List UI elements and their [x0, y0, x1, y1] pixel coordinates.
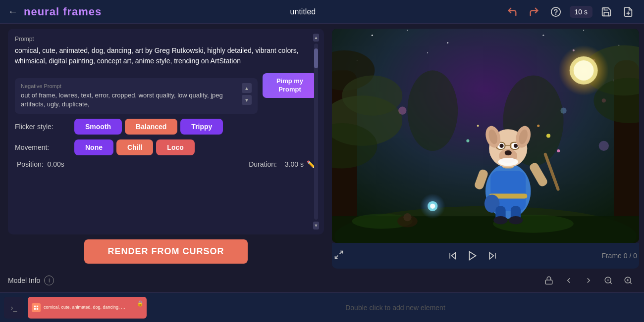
prompt-label: Prompt [15, 36, 317, 43]
next-frame-button[interactable] [483, 247, 501, 265]
svg-point-54 [505, 150, 512, 155]
svg-point-9 [542, 35, 544, 36]
svg-line-84 [610, 282, 611, 283]
main-content: ▲ ▼ Prompt comical, cute, animated, dog,… [0, 24, 644, 269]
export-button[interactable] [620, 4, 636, 20]
timeline-add-hint[interactable]: Double click to add new element [151, 304, 640, 312]
scroll-down-btn[interactable]: ▼ [313, 222, 319, 230]
preview-container [332, 29, 639, 243]
svg-point-13 [427, 52, 428, 53]
svg-point-26 [407, 70, 458, 151]
position-row: Position: 0.00s Duration: 3.00 s ✏️ [15, 160, 317, 168]
play-button[interactable] [464, 247, 482, 265]
pimp-prompt-button[interactable]: Pimp my Prompt [263, 73, 317, 98]
model-info-label: Model Info [8, 276, 40, 284]
movement-row: Movement: None Chill Loco [15, 139, 317, 155]
svg-point-74 [599, 141, 609, 151]
timeline-element[interactable]: comical, cute, animated, dog, dancing, a… [28, 297, 147, 319]
flicker-row: Flicker style: Smooth Balanced Trippy [15, 119, 317, 135]
timeline-bar: ›_ comical, cute, animated, dog, dancing… [0, 292, 644, 322]
scroll-bar[interactable] [314, 44, 318, 220]
render-btn-container: RENDER FROM CURSOR [8, 239, 324, 264]
right-panel: Frame 0 / 0 [332, 24, 644, 269]
negative-section: Negative Prompt out of frame, lowres, te… [15, 78, 258, 114]
svg-rect-93 [37, 308, 38, 309]
scroll-up-btn[interactable]: ▲ [313, 34, 319, 42]
svg-point-70 [466, 139, 469, 142]
svg-point-5 [372, 35, 373, 36]
flicker-btn-group: Smooth Balanced Trippy [74, 119, 223, 135]
editor-card: ▲ ▼ Prompt comical, cute, animated, dog,… [8, 29, 324, 234]
help-button[interactable] [548, 4, 564, 20]
loco-button[interactable]: Loco [156, 139, 194, 155]
prompt-text[interactable]: comical, cute, animated, dog, dancing, a… [15, 46, 317, 66]
svg-marker-79 [470, 252, 476, 260]
save-button[interactable] [598, 4, 614, 20]
lock-icon[interactable] [541, 273, 557, 288]
svg-point-57 [499, 144, 503, 148]
preview-scene [332, 29, 639, 243]
svg-rect-91 [37, 305, 38, 307]
pimp-line2: Prompt [269, 86, 310, 94]
svg-point-6 [407, 30, 408, 31]
negative-scroll: ▲ ▼ [242, 83, 252, 105]
svg-point-67 [546, 134, 550, 138]
scroll-thumb [314, 48, 318, 68]
zoom-in-button[interactable] [620, 273, 636, 288]
chill-button[interactable]: Chill [116, 139, 153, 155]
frame-count: Frame 0 / 0 [601, 252, 637, 260]
flicker-label: Flicker style: [15, 123, 69, 131]
redo-button[interactable] [526, 4, 542, 20]
preview-controls: Frame 0 / 0 [332, 243, 639, 269]
svg-line-75 [340, 251, 343, 254]
expand-button[interactable] [334, 250, 344, 262]
negative-content: Negative Prompt out of frame, lowres, te… [21, 83, 237, 109]
back-icon: ← [8, 6, 18, 17]
svg-point-7 [447, 42, 448, 44]
neg-scroll-up[interactable]: ▲ [242, 83, 252, 93]
timeline-prev-button[interactable] [561, 273, 577, 288]
back-button[interactable]: ← [8, 6, 18, 17]
svg-point-73 [560, 108, 566, 114]
model-info-icon[interactable]: i [44, 276, 54, 285]
svg-point-68 [537, 125, 539, 127]
svg-point-72 [398, 107, 406, 115]
duration-button[interactable]: 10 s [570, 6, 592, 18]
model-info-bar: Model Info i [0, 269, 644, 292]
trippy-button[interactable]: Trippy [180, 119, 223, 135]
terminal-icon: ›_ [4, 297, 24, 319]
svg-rect-82 [545, 280, 552, 284]
duration-text: Duration: 3.00 s ✏️ [249, 160, 315, 168]
timeline-next-button[interactable] [581, 273, 596, 288]
svg-point-69 [557, 149, 560, 152]
project-title: untitled [107, 7, 498, 16]
balanced-button[interactable]: Balanced [125, 119, 177, 135]
pimp-line1: Pimp my [269, 77, 310, 86]
svg-point-21 [342, 76, 402, 116]
scroll-track[interactable]: ▲ ▼ [313, 34, 319, 230]
timeline-element-text: comical, cute, animated, dog, dancing, a… [44, 304, 128, 311]
timeline-element-icon [32, 303, 41, 312]
svg-point-10 [583, 30, 584, 31]
timeline-lock-icon: 🔒 [137, 300, 144, 307]
movement-label: Movement: [15, 143, 69, 151]
svg-point-47 [509, 216, 523, 224]
app-logo: neural frames [24, 5, 102, 18]
svg-point-30 [574, 60, 594, 81]
prev-frame-button[interactable] [444, 247, 462, 265]
svg-point-39 [403, 213, 411, 221]
zoom-out-button[interactable] [600, 273, 616, 288]
topbar: ← neural frames untitled 10 s [0, 0, 644, 24]
movement-btn-group: None Chill Loco [74, 139, 195, 155]
svg-line-87 [630, 282, 631, 283]
render-from-cursor-button[interactable]: RENDER FROM CURSOR [84, 239, 248, 264]
undo-button[interactable] [504, 4, 520, 20]
negative-prompt-label: Negative Prompt [21, 83, 237, 89]
svg-marker-80 [489, 252, 493, 259]
svg-point-71 [477, 125, 479, 127]
none-button[interactable]: None [74, 139, 113, 155]
neg-scroll-down[interactable]: ▼ [242, 95, 252, 105]
topbar-actions: 10 s [504, 4, 636, 20]
smooth-button[interactable]: Smooth [74, 119, 122, 135]
negative-prompt-text[interactable]: out of frame, lowres, text, error, cropp… [21, 91, 237, 109]
